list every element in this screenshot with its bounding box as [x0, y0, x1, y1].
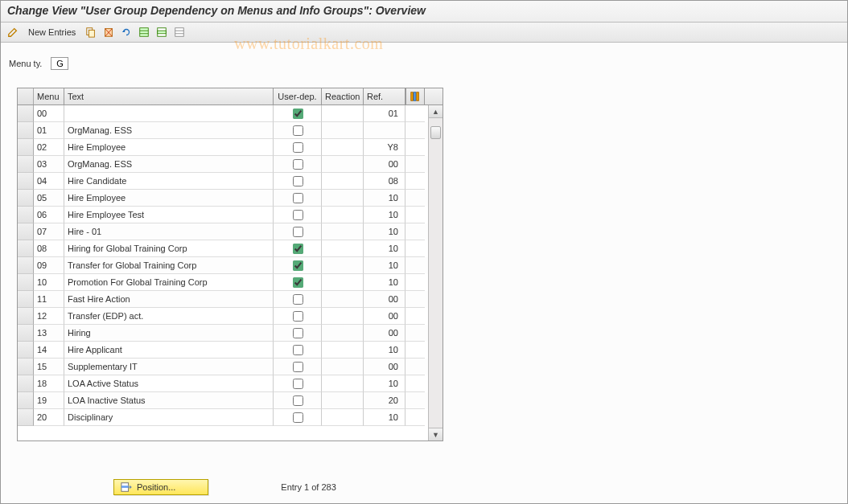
table-row[interactable]: 08Hiring for Global Training Corp10 [18, 240, 443, 257]
table-row[interactable]: 03OrgManag. ESS00 [18, 156, 443, 173]
cell-text[interactable]: Promotion For Global Training Corp [64, 274, 274, 291]
cell-text[interactable]: LOA Inactive Status [64, 392, 274, 409]
cell-reaction[interactable] [322, 105, 364, 122]
table-row[interactable]: 04Hire Candidate08 [18, 173, 443, 190]
cell-ref[interactable]: 00 [364, 156, 405, 173]
cell-reaction[interactable] [322, 139, 364, 156]
table-row[interactable]: 19LOA Inactive Status20 [18, 392, 443, 409]
cell-userdep[interactable] [274, 375, 322, 392]
cell-menu[interactable]: 12 [34, 308, 64, 325]
row-selector[interactable] [18, 392, 34, 409]
cell-userdep[interactable] [274, 156, 322, 173]
table-row[interactable]: 09Transfer for Global Training Corp10 [18, 257, 443, 274]
cell-menu[interactable]: 11 [34, 291, 64, 308]
cell-reaction[interactable] [322, 359, 364, 375]
cell-ref[interactable]: 20 [364, 392, 405, 409]
cell-menu[interactable]: 04 [34, 173, 64, 190]
row-selector[interactable] [18, 375, 34, 392]
cell-userdep[interactable] [274, 359, 322, 375]
cell-menu[interactable]: 01 [34, 122, 64, 139]
cell-text[interactable]: Transfer (EDP) act. [64, 308, 274, 325]
userdep-checkbox[interactable] [293, 362, 303, 372]
cell-text[interactable]: Fast Hire Action [64, 291, 274, 308]
row-selector[interactable] [18, 223, 34, 240]
cell-reaction[interactable] [322, 342, 364, 359]
cell-menu[interactable]: 14 [34, 342, 64, 359]
cell-userdep[interactable] [274, 342, 322, 359]
cell-userdep[interactable] [274, 257, 322, 274]
cell-reaction[interactable] [322, 223, 364, 240]
grid-header-ref[interactable]: Ref. [364, 88, 405, 104]
position-button[interactable]: Position... [113, 479, 208, 495]
table-row[interactable]: 10Promotion For Global Training Corp10 [18, 274, 443, 291]
new-entries-button[interactable]: New Entries [23, 26, 80, 39]
grid-header-menu[interactable]: Menu [34, 88, 64, 104]
cell-ref[interactable]: 10 [364, 375, 405, 392]
cell-text[interactable]: Hire Employee [64, 139, 274, 156]
cell-menu[interactable]: 13 [34, 325, 64, 342]
cell-text[interactable]: Supplementary IT [64, 359, 274, 375]
cell-reaction[interactable] [322, 156, 364, 173]
row-selector[interactable] [18, 274, 34, 291]
userdep-checkbox[interactable] [293, 277, 303, 288]
cell-text[interactable]: Hire Candidate [64, 173, 274, 190]
userdep-checkbox[interactable] [293, 159, 303, 170]
cell-ref[interactable]: 10 [364, 223, 405, 240]
table-row[interactable]: 01OrgManag. ESS [18, 122, 443, 139]
cell-text[interactable]: Hiring for Global Training Corp [64, 240, 274, 257]
cell-ref[interactable]: 00 [364, 308, 405, 325]
cell-text[interactable] [64, 105, 274, 122]
grid-header-selector[interactable] [18, 88, 34, 104]
cell-userdep[interactable] [274, 190, 322, 207]
cell-text[interactable]: Hiring [64, 325, 274, 342]
cell-text[interactable]: Hire - 01 [64, 223, 274, 240]
userdep-checkbox[interactable] [293, 193, 303, 203]
cell-menu[interactable]: 06 [34, 207, 64, 223]
userdep-checkbox[interactable] [293, 125, 303, 136]
scroll-down-arrow-icon[interactable]: ▼ [429, 428, 443, 440]
cell-userdep[interactable] [274, 223, 322, 240]
grid-header-text[interactable]: Text [64, 88, 274, 104]
grid-header-userdep[interactable]: User-dep. [274, 88, 322, 104]
cell-reaction[interactable] [322, 207, 364, 223]
cell-text[interactable]: LOA Active Status [64, 375, 274, 392]
userdep-checkbox[interactable] [293, 244, 303, 254]
deselect-all-icon[interactable] [172, 25, 187, 39]
cell-ref[interactable]: 10 [364, 257, 405, 274]
cell-reaction[interactable] [322, 409, 364, 426]
table-row[interactable]: 02Hire EmployeeY8 [18, 139, 443, 156]
userdep-checkbox[interactable] [293, 294, 303, 305]
table-row[interactable]: 06Hire Employee Test10 [18, 207, 443, 223]
cell-reaction[interactable] [322, 257, 364, 274]
cell-reaction[interactable] [322, 308, 364, 325]
cell-userdep[interactable] [274, 409, 322, 426]
menu-type-input[interactable] [51, 57, 68, 70]
cell-userdep[interactable] [274, 105, 322, 122]
row-selector[interactable] [18, 122, 34, 139]
cell-menu[interactable]: 07 [34, 223, 64, 240]
cell-reaction[interactable] [322, 291, 364, 308]
userdep-checkbox[interactable] [293, 345, 303, 355]
cell-text[interactable]: Hire Applicant [64, 342, 274, 359]
cell-text[interactable]: Hire Employee Test [64, 207, 274, 223]
cell-menu[interactable]: 08 [34, 240, 64, 257]
row-selector[interactable] [18, 139, 34, 156]
table-row[interactable]: 18LOA Active Status10 [18, 375, 443, 392]
userdep-checkbox[interactable] [293, 379, 303, 389]
cell-reaction[interactable] [322, 325, 364, 342]
cell-menu[interactable]: 03 [34, 156, 64, 173]
cell-reaction[interactable] [322, 190, 364, 207]
cell-ref[interactable]: 08 [364, 173, 405, 190]
cell-userdep[interactable] [274, 274, 322, 291]
row-selector[interactable] [18, 308, 34, 325]
cell-userdep[interactable] [274, 325, 322, 342]
cell-menu[interactable]: 10 [34, 274, 64, 291]
cell-userdep[interactable] [274, 173, 322, 190]
cell-text[interactable]: Disciplinary [64, 409, 274, 426]
cell-menu[interactable]: 02 [34, 139, 64, 156]
userdep-checkbox[interactable] [293, 109, 303, 119]
cell-menu[interactable]: 15 [34, 359, 64, 375]
select-block-icon[interactable] [154, 25, 169, 39]
cell-menu[interactable]: 19 [34, 392, 64, 409]
row-selector[interactable] [18, 105, 34, 122]
